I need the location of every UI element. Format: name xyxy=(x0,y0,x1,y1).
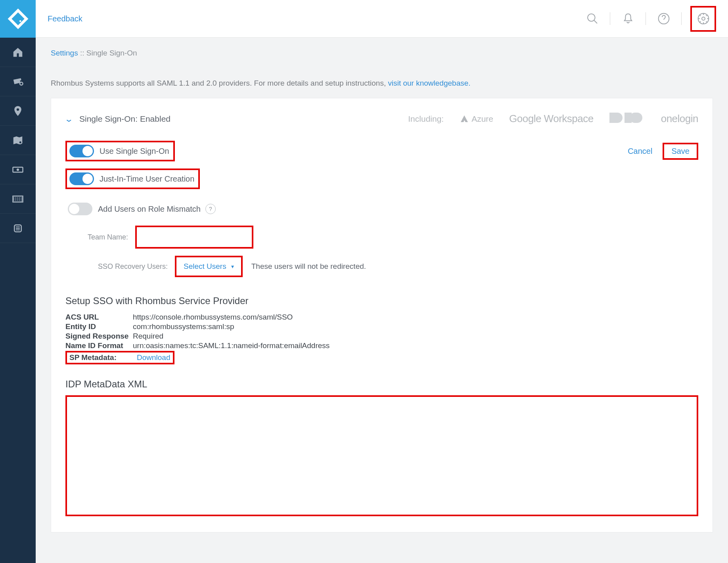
divider xyxy=(610,12,610,25)
nav-home[interactable] xyxy=(0,38,36,67)
acs-url-key: ACS URL xyxy=(65,313,133,322)
svg-point-5 xyxy=(19,141,22,144)
sso-panel: ⌄ Single Sign-On: Enabled Including: Azu… xyxy=(51,98,713,532)
provider-duo xyxy=(609,113,645,125)
svg-point-4 xyxy=(17,108,19,111)
info-text: Rhombus Systems supports all SAML 1.1 an… xyxy=(36,69,728,98)
help-tooltip-icon[interactable]: ? xyxy=(205,204,216,214)
use-sso-label: Use Single Sign-On xyxy=(100,147,169,156)
logo[interactable] xyxy=(0,0,36,38)
content: Settings :: Single Sign-On Rhombus Syste… xyxy=(36,38,728,563)
entity-id-val: com:rhombussystems:saml:sp xyxy=(133,322,234,331)
signed-val: Required xyxy=(133,332,163,341)
nav-map[interactable] xyxy=(0,126,36,155)
select-users-dropdown[interactable]: Select Users ▾ xyxy=(180,260,238,273)
breadcrumb-page: Single Sign-On xyxy=(86,49,137,57)
team-name-highlight xyxy=(135,226,253,249)
select-users-text: Select Users xyxy=(184,262,226,271)
search-icon[interactable] xyxy=(583,10,601,28)
nameid-val: urn:oasis:names:tc:SAML:1.1:nameid-forma… xyxy=(133,341,330,350)
help-icon[interactable] xyxy=(655,10,672,28)
use-sso-highlight: Use Single Sign-On xyxy=(65,141,175,161)
idp-xml-textarea[interactable] xyxy=(65,395,698,516)
svg-point-13 xyxy=(702,17,705,20)
nav-video[interactable] xyxy=(0,184,36,214)
breadcrumb: Settings :: Single Sign-On xyxy=(36,38,728,69)
recovery-hint: These users will not be redirected. xyxy=(251,262,366,271)
nav-camera[interactable] xyxy=(0,67,36,96)
svg-point-2 xyxy=(19,20,21,22)
sp-section-title: Setup SSO with Rhombus Service Provider xyxy=(65,295,698,306)
breadcrumb-sep: :: xyxy=(78,49,86,57)
nav-money[interactable] xyxy=(0,155,36,184)
gear-icon[interactable] xyxy=(694,10,712,28)
provider-onelogin: onelogin xyxy=(661,113,698,125)
svg-point-3 xyxy=(20,82,23,85)
nav-location[interactable] xyxy=(0,96,36,126)
mismatch-toggle[interactable] xyxy=(68,203,92,215)
provider-google: Google Workspace xyxy=(509,113,594,125)
breadcrumb-root[interactable]: Settings xyxy=(51,49,78,57)
nav-list[interactable] xyxy=(0,214,36,243)
signed-key: Signed Response xyxy=(65,332,133,341)
feedback-link[interactable]: Feedback xyxy=(48,14,82,23)
svg-point-10 xyxy=(588,14,595,21)
entity-id-key: Entity ID xyxy=(65,322,133,331)
team-name-input[interactable] xyxy=(137,227,252,247)
sp-meta-key: SP Metadata: xyxy=(69,353,137,362)
recovery-users-label: SSO Recovery Users: xyxy=(77,262,168,271)
kb-link[interactable]: visit our knowledgebase. xyxy=(388,79,470,87)
sso-status-title: Single Sign-On: Enabled xyxy=(79,114,171,124)
sidebar xyxy=(0,0,36,563)
acs-url-val: https://console.rhombussystems.com/saml/… xyxy=(133,313,293,322)
idp-title: IDP MetaData XML xyxy=(65,379,698,390)
info-text-body: Rhombus Systems supports all SAML 1.1 an… xyxy=(51,79,388,87)
provider-azure: Azure xyxy=(460,114,493,124)
select-users-highlight: Select Users ▾ xyxy=(175,256,243,277)
jit-label: Just-In-Time User Creation xyxy=(100,174,194,184)
topbar: Feedback xyxy=(36,0,728,38)
bell-icon[interactable] xyxy=(619,10,637,28)
including-label: Including: xyxy=(408,114,444,124)
save-highlight: Save xyxy=(663,143,698,160)
settings-highlight xyxy=(690,6,716,32)
use-sso-toggle[interactable] xyxy=(69,145,94,157)
svg-point-7 xyxy=(17,168,19,170)
cancel-button[interactable]: Cancel xyxy=(628,147,652,156)
sp-metadata-highlight: SP Metadata:Download xyxy=(65,351,174,364)
team-name-label: Team Name: xyxy=(77,233,128,241)
mismatch-label: Add Users on Role Mismatch xyxy=(98,205,201,214)
jit-highlight: Just-In-Time User Creation xyxy=(65,169,200,189)
save-button[interactable]: Save xyxy=(671,147,690,155)
chevron-down-icon[interactable]: ⌄ xyxy=(64,114,74,124)
divider xyxy=(681,12,682,25)
jit-toggle[interactable] xyxy=(69,172,94,185)
chevron-down-icon: ▾ xyxy=(231,263,234,270)
providers: Including: Azure Google Workspace onelog… xyxy=(408,113,698,125)
nameid-key: Name ID Format xyxy=(65,341,133,350)
divider xyxy=(646,12,646,25)
sp-metadata-download[interactable]: Download xyxy=(137,353,171,362)
main: Feedback Settings :: Single Sign-On xyxy=(36,0,728,563)
